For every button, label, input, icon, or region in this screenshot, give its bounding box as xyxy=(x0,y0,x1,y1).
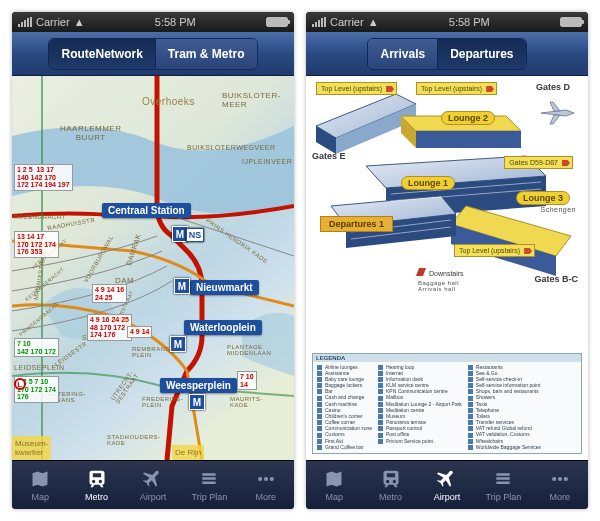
svg-point-19 xyxy=(552,477,556,481)
segmented-control: Arrivals Departures xyxy=(367,38,526,70)
map-icon xyxy=(27,468,53,490)
tab-label: Metro xyxy=(379,492,402,502)
callout-toplevel-1: Top Level (upstairs) xyxy=(316,82,397,95)
label-gates-d: Gates D xyxy=(536,82,570,92)
list-icon xyxy=(490,468,516,490)
label-lounge-1[interactable]: Lounge 1 xyxy=(401,176,455,190)
area-haarlemmer: HAARLEMMER BUURT xyxy=(60,124,121,142)
metro-icon xyxy=(378,468,404,490)
status-bar: Carrier ▲ 5:58 PM xyxy=(306,12,588,32)
nav-bar: Arrivals Departures xyxy=(306,32,588,76)
legend-col-1: Airline loungesAssistanceBaby care loung… xyxy=(317,364,372,450)
tab-more[interactable]: More xyxy=(532,461,588,509)
legend-box: LEGENDA Airline loungesAssistanceBaby ca… xyxy=(312,353,582,454)
svg-point-1 xyxy=(264,477,268,481)
tab-tripplan[interactable]: Trip Plan xyxy=(475,461,531,509)
phone-left: Carrier ▲ 5:58 PM RouteNetwork Tram & Me… xyxy=(12,12,294,509)
area-stadhouderskade: STADHOUDERS- KADE xyxy=(107,434,161,446)
svg-point-21 xyxy=(564,477,568,481)
battery-icon xyxy=(560,17,582,27)
tab-label: Trip Plan xyxy=(486,492,522,502)
signal-icon xyxy=(312,17,326,27)
tab-tripplan[interactable]: Trip Plan xyxy=(181,461,237,509)
wifi-icon: ▲ xyxy=(368,16,379,28)
label-lounge-3[interactable]: Lounge 3 xyxy=(516,191,570,205)
legend-item: Cash and change xyxy=(317,394,372,400)
svg-point-20 xyxy=(558,477,562,481)
map-icon xyxy=(321,468,347,490)
legend-item: Worldwide Baggage Services xyxy=(468,444,541,450)
more-icon xyxy=(253,468,279,490)
phone-right: Carrier ▲ 5:58 PM Arrivals Departures xyxy=(306,12,588,509)
legend-item: Meditation Lounge 2 - Airport Park xyxy=(378,401,462,407)
leidseplein-node-icon: L xyxy=(14,378,26,390)
tab-label: Map xyxy=(31,492,49,502)
station-centraal[interactable]: Centraal Station xyxy=(102,203,191,218)
list-icon xyxy=(196,468,222,490)
callout-gates-d59: Gates D59-D87 xyxy=(504,156,573,169)
callout-downstairs: Downstairs xyxy=(416,268,464,277)
area-buiksloterweg: BUIKSLOTERWEGVEER xyxy=(187,144,276,151)
lines-block-a: 1 2 5 13 17 140 142 170 172 174 194 197 xyxy=(14,164,73,191)
airport-map-view[interactable]: Top Level (upstairs) Top Level (upstairs… xyxy=(306,76,588,460)
svg-marker-8 xyxy=(416,131,521,148)
lines-block-b: 13 14 17 170 172 174 176 353 xyxy=(14,231,59,258)
airport-icon xyxy=(434,468,460,490)
seg-tram-metro[interactable]: Tram & Metro xyxy=(155,39,257,69)
lines-block-d: 4 9 14 16 24 25 xyxy=(92,284,127,303)
nav-bar: RouteNetwork Tram & Metro xyxy=(12,32,294,76)
label-baggage: Baggage hall Arrivals hall xyxy=(418,280,459,292)
label-departures-1[interactable]: Departures 1 xyxy=(320,216,393,232)
svg-point-0 xyxy=(258,477,262,481)
station-waterlooplein[interactable]: Waterlooplein xyxy=(184,320,262,335)
label-schengen: Schengen xyxy=(540,206,576,213)
tab-label: Metro xyxy=(85,492,108,502)
legend-title: LEGENDA xyxy=(313,354,581,362)
metro-badge-weesperplein[interactable]: M xyxy=(189,394,205,410)
tab-airport[interactable]: Airport xyxy=(125,461,181,509)
ns-badge: NS xyxy=(186,228,204,242)
tab-label: Trip Plan xyxy=(192,492,228,502)
seg-departures[interactable]: Departures xyxy=(437,39,525,69)
tab-metro[interactable]: Metro xyxy=(362,461,418,509)
area-ijpleinveer: IJPLEINVEER xyxy=(242,158,292,165)
metro-badge-nieuwmarkt[interactable]: M xyxy=(174,278,190,294)
legend-col-2: Hearing loopInternetInformation deskKLM … xyxy=(378,364,462,450)
tab-bar: Map Metro Airport Trip Plan More xyxy=(306,460,588,509)
label-gates-bc: Gates B-C xyxy=(534,274,578,284)
area-plantage: PLANTAGE MIDDENLAAN xyxy=(227,344,271,356)
tab-label: Map xyxy=(325,492,343,502)
clock: 5:58 PM xyxy=(155,16,196,28)
tab-more[interactable]: More xyxy=(238,461,294,509)
label-gates-e: Gates E xyxy=(312,151,346,161)
carrier-label: Carrier xyxy=(36,16,70,28)
seg-arrivals[interactable]: Arrivals xyxy=(368,39,437,69)
station-nieuwmarkt[interactable]: Nieuwmarkt xyxy=(190,280,259,295)
metro-map-view[interactable]: Centraal Station M NS Nieuwmarkt M Water… xyxy=(12,76,294,460)
lines-block-g: 7 10 14 xyxy=(237,371,257,390)
segmented-control: RouteNetwork Tram & Metro xyxy=(48,38,257,70)
status-bar: Carrier ▲ 5:58 PM xyxy=(12,12,294,32)
tab-metro[interactable]: Metro xyxy=(68,461,124,509)
legend-item: Grand Coffee bar xyxy=(317,444,372,450)
seg-routenetwork[interactable]: RouteNetwork xyxy=(49,39,154,69)
area-frederiks: FREDERIKS- PLEIN xyxy=(142,396,183,408)
station-weesperplein[interactable]: Weesperplein xyxy=(160,378,237,393)
tab-map[interactable]: Map xyxy=(12,461,68,509)
lines-block-c: 7 10 142 170 172 xyxy=(14,338,59,357)
battery-icon xyxy=(266,17,288,27)
area-overhoeks: Overhoeks xyxy=(142,96,195,107)
wifi-icon: ▲ xyxy=(74,16,85,28)
tab-airport[interactable]: Airport xyxy=(419,461,475,509)
tab-label: More xyxy=(256,492,277,502)
svg-point-2 xyxy=(270,477,274,481)
callout-toplevel-3: Top Level (upstairs) xyxy=(454,244,535,257)
signal-icon xyxy=(18,17,32,27)
tab-label: Airport xyxy=(434,492,461,502)
more-icon xyxy=(547,468,573,490)
tab-map[interactable]: Map xyxy=(306,461,362,509)
airplane-icon xyxy=(536,98,576,128)
label-lounge-2[interactable]: Lounge 2 xyxy=(441,111,495,125)
area-museumkwartier: Museum- kwartier xyxy=(12,436,51,460)
tab-bar: Map Metro Airport Trip Plan More xyxy=(12,460,294,509)
